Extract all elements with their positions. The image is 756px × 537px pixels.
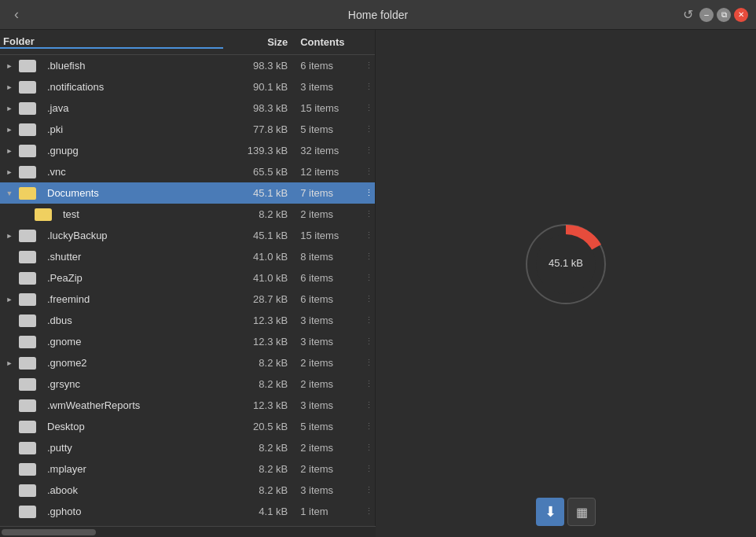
table-row[interactable]: ►.luckyBackup45.1 kB15 items⋮ — [0, 225, 375, 246]
donut-chart-container: 45.1 kB — [511, 30, 621, 498]
folder-icon — [19, 421, 36, 433]
table-row[interactable]: ►.pki77.8 kB5 items⋮ — [0, 119, 375, 140]
folder-icon — [19, 336, 36, 348]
donut-chart: 45.1 kB — [511, 209, 621, 319]
folder-icon — [19, 314, 36, 327]
table-row[interactable]: ►.gnome28.2 kB2 items⋮ — [0, 352, 375, 373]
folder-icon — [19, 506, 36, 518]
folder-icon — [19, 463, 36, 476]
table-row[interactable]: .gphoto4.1 kB1 item⋮ — [0, 501, 375, 522]
row-separator: ⋮ — [365, 294, 375, 304]
file-size: 98.3 kB — [223, 60, 294, 72]
table-row[interactable]: .shutter41.0 kB8 items⋮ — [0, 246, 375, 267]
row-separator: ⋮ — [365, 485, 375, 495]
folder-icon — [19, 81, 36, 94]
expand-arrow-icon[interactable]: ▼ — [3, 187, 16, 200]
expand-arrow-icon[interactable]: ► — [3, 166, 16, 178]
expand-arrow-icon[interactable] — [19, 208, 31, 221]
expand-arrow-icon[interactable]: ► — [3, 230, 16, 242]
table-row[interactable]: .grsync8.2 kB2 items⋮ — [0, 373, 375, 395]
table-row[interactable]: test8.2 kB2 items⋮ — [0, 204, 375, 225]
download-button[interactable]: ⬇ — [536, 498, 564, 526]
file-name: .gnupg — [47, 145, 79, 156]
file-name: .gnome2 — [47, 357, 87, 369]
expand-arrow-icon[interactable]: ► — [3, 81, 16, 94]
horizontal-scrollbar[interactable] — [0, 526, 376, 537]
table-row[interactable]: ►.freemind28.7 kB6 items⋮ — [0, 289, 375, 310]
row-separator: ⋮ — [365, 315, 375, 326]
file-contents: 2 items — [294, 357, 365, 369]
expand-arrow-icon[interactable] — [3, 484, 16, 497]
table-row[interactable]: ▼Documents45.1 kB7 items⋮ — [0, 182, 375, 204]
table-row[interactable]: Desktop20.5 kB5 items⋮ — [0, 416, 375, 437]
folder-icon — [19, 272, 36, 285]
file-contents: 5 items — [294, 123, 365, 135]
file-name: .gnome — [47, 336, 81, 348]
stats-button[interactable]: ▦ — [567, 498, 596, 526]
main-layout: Folder Size Contents ►.bluefish98.3 kB6 … — [0, 30, 756, 537]
expand-arrow-icon[interactable]: ► — [3, 293, 16, 306]
table-row[interactable]: ►.gnupg139.3 kB32 items⋮ — [0, 140, 375, 161]
row-separator: ⋮ — [365, 61, 375, 71]
expand-arrow-icon[interactable]: ► — [3, 145, 16, 157]
expand-arrow-icon[interactable] — [3, 336, 16, 348]
expand-arrow-icon[interactable] — [3, 378, 16, 391]
file-contents: 3 items — [294, 81, 365, 93]
window-title: Home folder — [348, 9, 408, 21]
close-button[interactable]: ✕ — [734, 8, 748, 22]
file-list[interactable]: ►.bluefish98.3 kB6 items⋮►.notifications… — [0, 55, 375, 526]
table-row[interactable]: .gnome12.3 kB3 items⋮ — [0, 331, 375, 352]
expand-arrow-icon[interactable] — [3, 442, 16, 454]
file-name: .java — [47, 102, 68, 114]
file-contents: 2 items — [294, 378, 365, 390]
col-header-contents: Contents — [294, 36, 365, 48]
table-row[interactable]: .PeaZip41.0 kB6 items⋮ — [0, 267, 375, 289]
expand-arrow-icon[interactable]: ► — [3, 102, 16, 115]
row-separator: ⋮ — [365, 209, 375, 219]
refresh-button[interactable]: ↺ — [680, 4, 696, 25]
row-separator: ⋮ — [365, 506, 375, 517]
expand-arrow-icon[interactable] — [3, 463, 16, 476]
file-size: 12.3 kB — [223, 399, 294, 411]
maximize-button[interactable]: ⧉ — [717, 8, 731, 22]
row-separator: ⋮ — [365, 379, 375, 389]
file-size: 45.1 kB — [223, 187, 294, 199]
expand-arrow-icon[interactable] — [3, 506, 16, 518]
file-size: 8.2 kB — [223, 442, 294, 454]
minimize-button[interactable]: – — [699, 8, 714, 22]
expand-arrow-icon[interactable]: ► — [3, 60, 16, 72]
row-separator: ⋮ — [365, 421, 375, 432]
file-name: .wmWeatherReports — [47, 399, 140, 411]
table-row[interactable]: .dbus12.3 kB3 items⋮ — [0, 310, 375, 331]
folder-icon — [19, 60, 36, 72]
file-size: 28.7 kB — [223, 293, 294, 305]
table-row[interactable]: .wmWeatherReports12.3 kB3 items⋮ — [0, 395, 375, 416]
file-size: 65.5 kB — [223, 166, 294, 178]
file-name: .bluefish — [47, 60, 85, 72]
expand-arrow-icon[interactable]: ► — [3, 357, 16, 370]
scrollbar-thumb[interactable] — [2, 529, 96, 535]
file-size: 8.2 kB — [223, 378, 294, 390]
back-button[interactable]: ‹ — [8, 3, 25, 26]
titlebar: ‹ Home folder ↺ – ⧉ ✕ — [0, 0, 756, 30]
table-row[interactable]: ►.bluefish98.3 kB6 items⋮ — [0, 55, 375, 76]
expand-arrow-icon[interactable] — [3, 399, 16, 412]
table-row[interactable]: ►.vnc65.5 kB12 items⋮ — [0, 161, 375, 182]
folder-icon — [19, 123, 36, 136]
folder-icon — [19, 166, 36, 178]
table-row[interactable]: .abook8.2 kB3 items⋮ — [0, 480, 375, 501]
expand-arrow-icon[interactable] — [3, 314, 16, 327]
expand-arrow-icon[interactable] — [3, 272, 16, 285]
file-size: 98.3 kB — [223, 102, 294, 114]
expand-arrow-icon[interactable]: ► — [3, 123, 16, 136]
table-row[interactable]: .putty8.2 kB2 items⋮ — [0, 437, 375, 458]
table-row[interactable]: ►.java98.3 kB15 items⋮ — [0, 97, 375, 119]
file-contents: 12 items — [294, 166, 365, 178]
file-name: .notifications — [47, 81, 104, 93]
expand-arrow-icon[interactable] — [3, 251, 16, 263]
table-row[interactable]: .mplayer8.2 kB2 items⋮ — [0, 458, 375, 480]
file-contents: 7 items — [294, 187, 365, 199]
table-row[interactable]: ►.notifications90.1 kB3 items⋮ — [0, 76, 375, 97]
expand-arrow-icon[interactable] — [3, 421, 16, 433]
file-contents: 2 items — [294, 442, 365, 454]
